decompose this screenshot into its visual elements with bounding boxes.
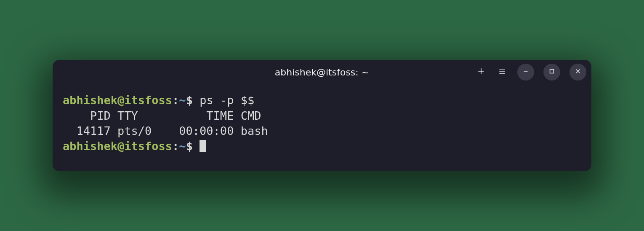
minimize-button[interactable] <box>517 64 534 81</box>
command-text <box>193 140 200 153</box>
window-title: abhishek@itsfoss: ~ <box>275 67 369 78</box>
cursor <box>200 140 206 152</box>
svg-rect-6 <box>550 70 554 73</box>
plus-icon <box>477 67 485 77</box>
hamburger-icon <box>498 67 506 77</box>
output-row: 14117 pts/0 00:00:00 bash <box>63 124 581 139</box>
prompt-path: ~ <box>179 140 186 153</box>
maximize-button[interactable] <box>543 64 560 81</box>
prompt-symbol: $ <box>186 94 193 107</box>
prompt-user-host: abhishek@itsfoss <box>63 140 172 153</box>
terminal-line: abhishek@itsfoss:~$ ps -p $$ <box>63 93 581 108</box>
close-icon <box>574 67 582 77</box>
prompt-separator: : <box>172 140 179 153</box>
terminal-window: abhishek@itsfoss: ~ <box>53 60 591 171</box>
titlebar-controls <box>475 64 586 81</box>
command-text: ps -p $$ <box>193 94 254 107</box>
terminal-body[interactable]: abhishek@itsfoss:~$ ps -p $$ PID TTY TIM… <box>53 84 591 171</box>
output-header: PID TTY TIME CMD <box>63 108 581 124</box>
minimize-icon <box>522 67 530 77</box>
terminal-line: abhishek@itsfoss:~$ <box>63 139 581 154</box>
prompt-user-host: abhishek@itsfoss <box>63 94 172 107</box>
prompt-symbol: $ <box>186 140 193 153</box>
titlebar: abhishek@itsfoss: ~ <box>53 60 591 84</box>
new-tab-button[interactable] <box>475 66 487 78</box>
close-button[interactable] <box>569 64 586 81</box>
maximize-icon <box>548 67 556 77</box>
prompt-path: ~ <box>179 94 186 107</box>
prompt-separator: : <box>172 94 179 107</box>
menu-button[interactable] <box>496 66 508 78</box>
